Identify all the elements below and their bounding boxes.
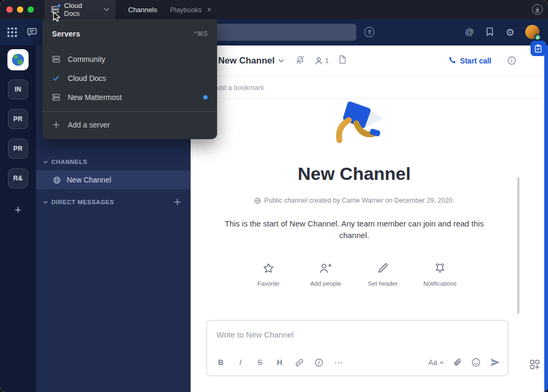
- settings-gear-icon[interactable]: ⚙: [506, 25, 515, 39]
- emoji-icon[interactable]: [471, 358, 481, 367]
- star-icon: [263, 262, 274, 276]
- add-direct-message-icon[interactable]: [174, 198, 181, 206]
- tab-playbooks[interactable]: Playbooks ×: [170, 5, 211, 14]
- sidebar-item-new-channel[interactable]: New Channel: [36, 170, 191, 189]
- mute-bell-icon[interactable]: [295, 55, 305, 67]
- team-sidebar: IN PR PR R& +: [0, 45, 36, 392]
- download-update-icon[interactable]: [532, 4, 543, 15]
- menu-item-cloud-docs[interactable]: Cloud Docs: [42, 69, 217, 88]
- add-people-button[interactable]: Add people: [308, 262, 343, 287]
- globe-icon: [53, 176, 61, 184]
- team-item[interactable]: R&: [8, 168, 28, 188]
- message-input-placeholder: Write to New Channel: [217, 330, 294, 339]
- toggle-formatting-button[interactable]: Aa: [428, 358, 444, 367]
- team-item[interactable]: IN: [8, 79, 28, 99]
- chevron-down-icon: [43, 201, 48, 204]
- bell-icon: [434, 262, 446, 276]
- notifications-label: Notifications: [424, 280, 457, 287]
- message-composer[interactable]: Write to New Channel B I S H ⋯ Aa: [206, 320, 508, 376]
- channel-intro-actions: Favorite Add people Set header Notificat…: [191, 262, 518, 287]
- add-people-label: Add people: [310, 280, 341, 287]
- set-header-label: Set header: [368, 280, 398, 287]
- heading-button[interactable]: H: [273, 356, 286, 369]
- bookmark-bar: Add a bookmark: [191, 77, 544, 99]
- add-server-label: Add a server: [68, 121, 110, 129]
- aa-label: Aa: [428, 358, 437, 367]
- channel-intro-meta: Public channel created by Carrie Warner …: [191, 197, 518, 204]
- menu-item-label: Community: [68, 55, 105, 63]
- direct-messages-section-header[interactable]: DIRECT MESSAGES: [43, 198, 181, 206]
- dm-section-label: DIRECT MESSAGES: [51, 199, 114, 205]
- channels-section-header[interactable]: CHANNELS: [43, 158, 181, 166]
- channel-intro: New Channel Public channel created by Ca…: [191, 99, 518, 287]
- channel-intro-description: This is the start of New Channel. Any te…: [211, 218, 497, 241]
- tab-channels[interactable]: Channels: [128, 6, 157, 14]
- set-header-button[interactable]: Set header: [365, 262, 400, 287]
- channel-header: New Channel 1 Start call: [191, 45, 544, 76]
- channel-name-label: New Channel: [67, 176, 111, 184]
- saved-posts-icon[interactable]: [486, 27, 494, 37]
- composer-toolbar: B I S H ⋯ Aa: [207, 354, 508, 371]
- menu-item-label: New Mattermost: [68, 93, 122, 102]
- favorite-button[interactable]: Favorite: [251, 262, 286, 287]
- italic-button[interactable]: I: [234, 356, 247, 369]
- channel-intro-illustration: [322, 99, 386, 152]
- channel-intro-title: New Channel: [191, 163, 518, 184]
- user-avatar[interactable]: [525, 25, 540, 39]
- channel-members-button[interactable]: 1: [315, 57, 329, 65]
- right-apps-bar: [544, 45, 548, 392]
- zoom-window-button[interactable]: [28, 6, 34, 13]
- menu-item-new-mattermost[interactable]: New Mattermost: [42, 88, 217, 107]
- minimize-window-button[interactable]: [17, 6, 23, 13]
- files-icon[interactable]: [338, 55, 346, 66]
- composer-right-controls: Aa: [428, 358, 500, 367]
- pencil-icon: [377, 262, 389, 276]
- link-icon[interactable]: [293, 356, 306, 369]
- search-input[interactable]: [193, 24, 356, 41]
- member-count: 1: [325, 57, 329, 65]
- channel-info-icon[interactable]: [507, 56, 516, 65]
- team-avatar-globe[interactable]: [7, 49, 29, 70]
- scrollbar[interactable]: [517, 177, 519, 314]
- product-switcher-icon[interactable]: [7, 28, 17, 37]
- team-item[interactable]: PR: [8, 139, 28, 159]
- help-icon[interactable]: ?: [364, 27, 374, 37]
- globe-icon: [254, 197, 261, 204]
- channel-header-icons: 1: [295, 55, 346, 67]
- apps-bar-toggle-icon[interactable]: [529, 359, 540, 370]
- team-item[interactable]: PR: [8, 109, 28, 129]
- notifications-button[interactable]: Notifications: [423, 262, 457, 287]
- window-controls: [6, 6, 34, 13]
- channel-title-menu[interactable]: New Channel: [218, 56, 284, 66]
- send-message-icon[interactable]: [490, 358, 500, 367]
- slash-command-icon[interactable]: [312, 356, 325, 369]
- channels-product-icon[interactable]: [26, 26, 38, 38]
- online-status-badge: [534, 34, 541, 41]
- close-window-button[interactable]: [6, 6, 13, 13]
- add-server-button[interactable]: Add a server: [42, 116, 217, 134]
- tab-channels-label: Channels: [128, 6, 157, 14]
- servers-menu-header: Servers ^⌘S: [42, 19, 217, 38]
- check-icon: [52, 74, 60, 83]
- server-icon: [52, 55, 60, 63]
- more-formatting-button[interactable]: ⋯: [332, 356, 345, 369]
- mentions-icon[interactable]: @: [465, 26, 474, 38]
- servers-menu-list: Community Cloud Docs New Mattermost: [42, 50, 217, 107]
- app-window: Cloud Docs Channels Playbooks × ? @ ⚙: [0, 0, 548, 392]
- start-call-button[interactable]: Start call: [448, 56, 491, 66]
- main-panel: New Channel 1 Start call: [191, 45, 544, 392]
- bold-button[interactable]: B: [214, 356, 227, 369]
- servers-menu-title: Servers: [52, 30, 80, 38]
- add-bookmark-button[interactable]: Add a bookmark: [214, 84, 264, 92]
- playbooks-app-button[interactable]: [531, 41, 546, 56]
- unread-dot: [203, 95, 208, 99]
- attach-file-icon[interactable]: [453, 358, 462, 367]
- phone-icon: [448, 56, 456, 66]
- add-team-button[interactable]: +: [8, 200, 28, 220]
- channel-created-text: Public channel created by Carrie Warner …: [264, 197, 454, 204]
- close-tab-icon[interactable]: ×: [207, 5, 211, 14]
- strikethrough-button[interactable]: S: [254, 356, 266, 369]
- menu-item-community[interactable]: Community: [42, 50, 217, 69]
- servers-dropdown-menu: Servers ^⌘S Community Cloud Docs New M: [42, 19, 217, 139]
- channels-section-label: CHANNELS: [51, 159, 87, 165]
